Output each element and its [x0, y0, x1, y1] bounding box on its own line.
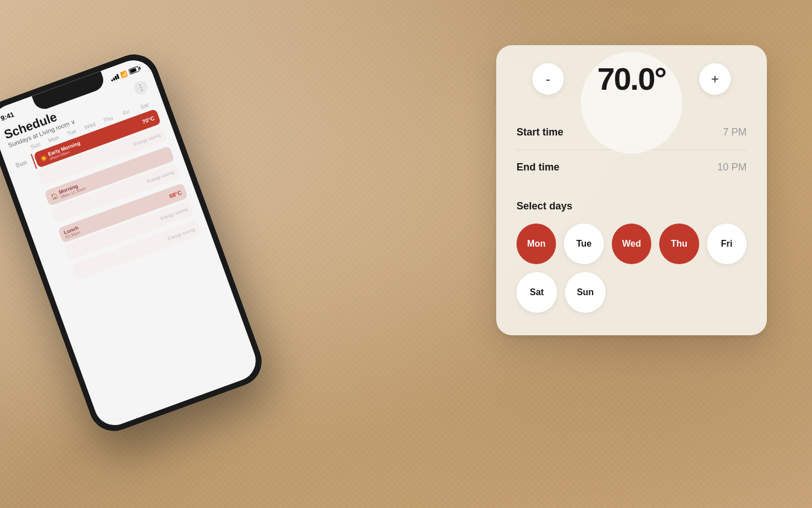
early-morning-icon: ☀️ — [39, 154, 48, 162]
energy-label-4: Energy saving — [167, 226, 196, 241]
energy-label-3: Energy saving — [160, 207, 188, 221]
increase-temp-button[interactable]: + — [699, 63, 731, 95]
days-row-1: Mon Tue Wed Thu Fri — [517, 224, 747, 264]
day-button-fri[interactable]: Fri — [707, 224, 747, 264]
more-button[interactable]: ⋮ — [132, 79, 149, 97]
days-grid: Mon Tue Wed Thu Fri Sat Sun — [517, 224, 747, 313]
morning-icon: 🏠 — [50, 192, 59, 200]
early-morning-temp: 70°C — [142, 115, 156, 125]
day-button-wed[interactable]: Wed — [612, 224, 651, 264]
select-days-title: Select days — [517, 200, 747, 212]
day-label-empty-3 — [54, 266, 74, 287]
end-time-value: 10 PM — [717, 161, 747, 173]
temperature-section: - 70.0° + — [517, 63, 747, 95]
day-button-sun[interactable]: Sun — [565, 272, 606, 313]
energy-label-1: Energy saving — [133, 132, 161, 147]
day-button-mon[interactable]: Mon — [517, 224, 556, 264]
signal-icon — [110, 73, 120, 82]
energy-label-2: Energy saving — [146, 169, 175, 184]
days-row-2: Sat Sun — [517, 272, 747, 313]
decrease-temp-button[interactable]: - — [532, 63, 564, 95]
day-button-thu[interactable]: Thu — [659, 224, 699, 264]
battery-icon — [128, 66, 139, 75]
lunch-temp: 68°C — [168, 189, 182, 199]
end-time-row[interactable]: End time 10 PM — [517, 150, 747, 185]
day-button-tue[interactable]: Tue — [564, 224, 603, 264]
wifi-icon: 📶 — [120, 70, 128, 78]
day-button-sat[interactable]: Sat — [517, 272, 557, 313]
start-time-label: Start time — [517, 126, 563, 138]
temperature-display: 70.0° — [575, 63, 688, 95]
end-time-label: End time — [517, 161, 559, 173]
thermostat-panel: - 70.0° + Start time 7 PM End time 10 PM… — [496, 45, 767, 335]
select-days-section: Select days Mon Tue Wed Thu Fri Sat Sun — [517, 200, 747, 313]
start-time-value: 7 PM — [723, 126, 747, 138]
